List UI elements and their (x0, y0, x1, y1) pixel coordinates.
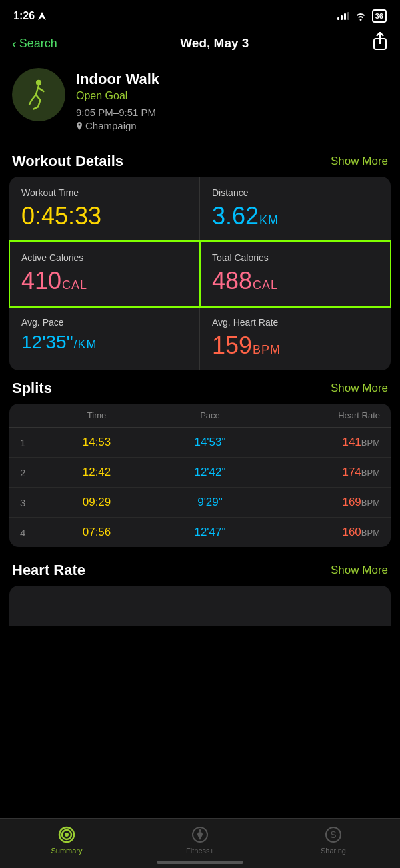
splits-pace-1: 14'53" (153, 436, 267, 449)
svg-line-8 (34, 107, 39, 109)
distance-cell: Distance 3.62KM (200, 177, 391, 242)
heart-rate-show-more[interactable]: Show More (331, 564, 388, 577)
splits-card: Time Pace Heart Rate 1 14:53 14'53" 141B… (9, 404, 391, 547)
distance-value: 3.62KM (212, 202, 379, 230)
splits-hr-1: 141BPM (267, 436, 380, 449)
svg-marker-0 (38, 12, 46, 20)
splits-pace-2: 12'42" (153, 466, 267, 479)
active-calories-label: Active Calories (21, 252, 187, 263)
total-calories-value: 488CAL (212, 267, 379, 295)
workout-location: Champaign (76, 120, 159, 131)
splits-col-hr: Heart Rate (267, 410, 380, 420)
avg-hr-label: Avg. Heart Rate (212, 317, 379, 328)
svg-text:S: S (330, 829, 336, 840)
location-pin-icon (76, 122, 83, 130)
heart-rate-header: Heart Rate Show More (0, 552, 400, 586)
avg-hr-value: 159BPM (212, 332, 379, 360)
active-calories-value: 410CAL (21, 267, 187, 295)
splits-hr-4: 160BPM (267, 526, 380, 539)
sharing-tab-icon: S (324, 825, 343, 844)
signal-icon (337, 12, 349, 20)
splits-header: Splits Show More (0, 370, 400, 404)
svg-line-4 (36, 85, 39, 95)
splits-num-4: 4 (20, 527, 40, 538)
splits-row-4: 4 07:56 12'47" 160BPM (9, 518, 391, 547)
fitness-tab-icon (191, 825, 209, 844)
splits-num-3: 3 (20, 497, 40, 508)
distance-label: Distance (212, 187, 379, 198)
svg-line-6 (36, 95, 41, 100)
workout-time-value: 0:45:33 (21, 202, 187, 230)
splits-pace-4: 12'47" (153, 526, 267, 539)
splits-num-2: 2 (20, 467, 40, 478)
walk-icon (23, 79, 54, 110)
status-bar: 1:26 36 (0, 0, 400, 27)
share-button[interactable] (372, 32, 388, 55)
avg-pace-cell: Avg. Pace 12'35"/KM (9, 306, 200, 370)
splits-row-1: 1 14:53 14'53" 141BPM (9, 428, 391, 458)
splits-row-3: 3 09:29 9'29" 169BPM (9, 488, 391, 518)
workout-time-cell: Workout Time 0:45:33 (9, 177, 200, 242)
status-time: 1:26 (13, 10, 46, 22)
avg-pace-value: 12'35"/KM (21, 332, 187, 353)
workout-info: Indoor Walk Open Goal 9:05 PM–9:51 PM Ch… (76, 68, 159, 131)
workout-details-show-more[interactable]: Show More (331, 155, 388, 168)
avg-hr-cell: Avg. Heart Rate 159BPM (200, 306, 391, 370)
workout-details-header: Workout Details Show More (0, 143, 400, 177)
location-icon (38, 12, 46, 20)
workout-icon-circle (12, 68, 65, 121)
heart-rate-section: Heart Rate Show More (0, 552, 400, 626)
home-indicator (157, 861, 243, 864)
splits-row-2: 2 12:42 12'42" 174BPM (9, 458, 391, 488)
splits-hr-3: 169BPM (267, 496, 380, 509)
splits-time-2: 12:42 (40, 466, 153, 479)
splits-show-more[interactable]: Show More (331, 382, 388, 395)
back-label: Search (19, 37, 57, 51)
status-icons: 36 (337, 9, 387, 23)
nav-title: Wed, May 3 (180, 36, 249, 51)
workout-goal: Open Goal (76, 90, 159, 102)
workout-time: 9:05 PM–9:51 PM (76, 107, 159, 118)
sharing-tab-label: Sharing (321, 847, 346, 855)
workout-details-card: Workout Time 0:45:33 Distance 3.62KM Act… (9, 177, 391, 370)
location-name: Champaign (85, 120, 137, 131)
splits-pace-3: 9'29" (153, 496, 267, 509)
workout-time-label: Workout Time (21, 187, 187, 198)
svg-line-9 (29, 100, 31, 105)
splits-col-num (20, 410, 40, 420)
tab-sharing[interactable]: S Sharing (267, 825, 399, 855)
splits-num-1: 1 (20, 437, 40, 448)
workout-details-title: Workout Details (12, 153, 123, 170)
battery-icon: 36 (372, 9, 387, 23)
svg-point-13 (65, 833, 69, 837)
svg-line-5 (31, 95, 36, 100)
fitness-tab-label: Fitness+ (186, 847, 214, 855)
splits-time-3: 09:29 (40, 496, 153, 509)
splits-col-pace: Pace (153, 410, 267, 420)
splits-time-4: 07:56 (40, 526, 153, 539)
nav-bar: ‹ Search Wed, May 3 (0, 27, 400, 61)
total-calories-cell: Total Calories 488CAL (200, 242, 391, 306)
workout-header: Indoor Walk Open Goal 9:05 PM–9:51 PM Ch… (0, 61, 400, 143)
splits-col-time: Time (40, 410, 153, 420)
svg-point-15 (199, 829, 201, 832)
svg-line-7 (38, 100, 40, 107)
tab-summary[interactable]: Summary (1, 825, 133, 855)
tab-fitness[interactable]: Fitness+ (134, 825, 266, 855)
workout-name: Indoor Walk (76, 71, 159, 88)
summary-tab-label: Summary (51, 847, 82, 855)
summary-tab-icon (57, 825, 76, 844)
share-icon (372, 32, 388, 51)
splits-title: Splits (12, 380, 52, 397)
total-calories-label: Total Calories (212, 252, 379, 263)
splits-header-row: Time Pace Heart Rate (9, 404, 391, 428)
svg-line-10 (39, 88, 43, 91)
chevron-left-icon: ‹ (12, 36, 17, 51)
back-button[interactable]: ‹ Search (12, 36, 57, 51)
avg-pace-label: Avg. Pace (21, 317, 187, 328)
time-display: 1:26 (13, 10, 35, 22)
details-grid: Workout Time 0:45:33 Distance 3.62KM Act… (9, 177, 391, 370)
splits-hr-2: 174BPM (267, 466, 380, 479)
active-calories-cell: Active Calories 410CAL (9, 242, 200, 306)
heart-rate-title: Heart Rate (12, 562, 85, 579)
